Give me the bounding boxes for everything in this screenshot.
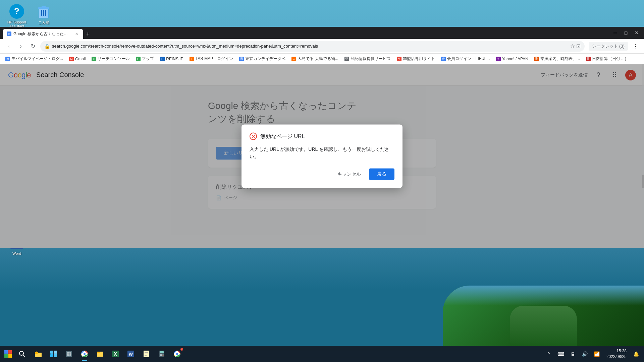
maximize-button[interactable]: □ xyxy=(621,28,631,38)
bookmark-tasmap[interactable]: T TAS-MAP｜ログイン xyxy=(187,55,236,62)
svg-rect-24 xyxy=(4,354,8,358)
tray-chevron[interactable]: ^ xyxy=(543,349,554,359)
svg-rect-30 xyxy=(50,351,53,354)
bookmark-nissuu[interactable]: 日 日数計算（日付 ...） xyxy=(583,55,631,62)
taskbar-search[interactable] xyxy=(16,348,28,360)
svg-rect-34 xyxy=(66,351,72,357)
taskbar-clock[interactable]: 15:38 2022/08/25 xyxy=(604,348,629,360)
svg-rect-31 xyxy=(54,351,57,354)
svg-text:X: X xyxy=(114,351,117,357)
svg-point-56 xyxy=(163,354,164,355)
bookmark-favicon-kantei: 東 xyxy=(239,57,244,61)
close-button[interactable]: ✕ xyxy=(632,28,641,38)
url-text: search.google.com/search-console/remove-… xyxy=(52,44,568,49)
bookmark-norikae[interactable]: 乗 乗換案内、時刻表、... xyxy=(532,55,583,62)
incognito-badge[interactable]: シークレット (3) xyxy=(589,42,628,51)
bookmark-yahoo[interactable]: Y Yahoo! JAPAN xyxy=(493,56,531,62)
svg-point-26 xyxy=(19,351,23,355)
back-button[interactable]: ‹ xyxy=(4,42,13,51)
recycle-bin-label: ごみ箱 xyxy=(38,20,49,25)
svg-rect-36 xyxy=(69,352,71,354)
minimize-button[interactable]: ─ xyxy=(610,28,620,38)
clock-time: 15:38 xyxy=(606,348,627,354)
bookmark-label-kameiten: 加盟店専用サイト xyxy=(403,56,435,62)
word-label: Word xyxy=(12,251,21,255)
svg-rect-53 xyxy=(160,351,164,353)
svg-point-58 xyxy=(161,355,162,356)
tray-network[interactable]: 📶 xyxy=(592,349,602,359)
svg-rect-32 xyxy=(50,354,53,357)
bookmark-reins[interactable]: R REINS IP xyxy=(157,56,186,62)
bookmark-label-kantei: 東京カンテイデータベ xyxy=(245,56,285,62)
start-button[interactable] xyxy=(0,346,16,362)
taskbar-file-explorer[interactable] xyxy=(31,347,46,361)
tray-display[interactable]: 🖥 xyxy=(568,349,578,359)
taskbar-widgets[interactable] xyxy=(46,347,61,361)
taskbar-apps: X W xyxy=(31,347,184,361)
svg-point-59 xyxy=(163,355,164,356)
taskbar-notepad[interactable] xyxy=(139,347,154,361)
clock-date: 2022/08/25 xyxy=(606,354,627,360)
svg-point-41 xyxy=(84,353,86,355)
svg-text:W: W xyxy=(129,352,133,357)
split-tab-icon[interactable]: ⊡ xyxy=(576,43,581,49)
taskbar-chrome-notif[interactable]: ! xyxy=(170,347,184,361)
forward-button[interactable]: › xyxy=(16,42,25,51)
new-tab-button[interactable]: + xyxy=(83,29,93,39)
bookmark-label-reins: REINS IP xyxy=(166,57,183,61)
bookmark-favicon-kameiten: at xyxy=(397,57,401,61)
bookmark-label-mobile: モバイルマイページ・ログ... xyxy=(11,56,63,62)
bookmarks-bar: m モバイルマイページ・ログ... M Gmail G サーチコンソール G マ… xyxy=(0,54,644,64)
back-button[interactable]: 戻る xyxy=(369,168,394,180)
bookmark-search-console[interactable]: G サーチコンソール xyxy=(89,55,132,62)
active-tab[interactable]: G Google 検索から古くなったコンテ... ✕ xyxy=(3,29,83,39)
lock-icon: 🔒 xyxy=(44,44,50,49)
desktop-icon-hp-support[interactable]: ? HP Support Assistant xyxy=(3,3,30,28)
bookmark-star-icon[interactable]: ☆ xyxy=(570,43,575,49)
svg-rect-3 xyxy=(38,7,49,9)
bookmark-mobile[interactable]: m モバイルマイページ・ログ... xyxy=(3,55,66,62)
tab-close-button[interactable]: ✕ xyxy=(74,31,79,37)
active-indicator xyxy=(82,360,87,361)
svg-point-54 xyxy=(160,354,161,355)
bookmark-favicon-yahoo: Y xyxy=(496,57,501,61)
url-bar[interactable]: 🔒 search.google.com/search-console/remov… xyxy=(40,41,585,52)
bookmark-liful[interactable]: 会 会員ログイン – LIFUL... xyxy=(438,55,493,62)
tab-favicon: G xyxy=(7,32,11,36)
svg-rect-4 xyxy=(42,6,46,7)
bookmark-kameiten[interactable]: at 加盟店専用サイト xyxy=(394,55,438,62)
taskbar-word[interactable]: W xyxy=(123,347,138,361)
bookmark-favicon-sc: G xyxy=(92,57,96,61)
cancel-button[interactable]: キャンセル xyxy=(332,168,366,180)
reload-button[interactable]: ↻ xyxy=(28,42,38,51)
taskbar-unknown[interactable] xyxy=(62,347,76,361)
taskbar-chrome[interactable] xyxy=(77,347,92,361)
url-icons: ☆ ⊡ xyxy=(570,43,581,49)
extensions-icon[interactable]: ⋮ xyxy=(631,42,640,51)
tray-volume[interactable]: 🔊 xyxy=(580,349,590,359)
landscape2 xyxy=(510,306,577,346)
bookmark-label-sc: サーチコンソール xyxy=(98,56,130,62)
bookmark-favicon-touki: 登 xyxy=(344,57,349,61)
tray-notification[interactable]: 🔔 xyxy=(631,349,641,359)
bookmark-gmail[interactable]: M Gmail xyxy=(66,56,88,62)
bookmark-touki[interactable]: 登 登記情報提供サービス xyxy=(342,55,393,62)
bookmark-kantei[interactable]: 東 東京カンテイデータベ xyxy=(236,55,288,62)
svg-text:?: ? xyxy=(14,6,19,16)
tray-keyboard[interactable]: ⌨ xyxy=(555,349,566,359)
window-controls: ─ □ ✕ xyxy=(610,28,641,38)
bookmark-maps[interactable]: G マップ xyxy=(133,55,157,62)
desktop-icon-recycle-bin[interactable]: ごみ箱 xyxy=(30,3,57,25)
svg-rect-22 xyxy=(4,350,8,354)
taskbar-files[interactable] xyxy=(93,347,107,361)
svg-rect-33 xyxy=(54,354,57,357)
bookmark-label-gmail: Gmail xyxy=(75,57,86,61)
recycle-bin-icon xyxy=(36,3,52,19)
svg-rect-37 xyxy=(67,354,69,356)
taskbar-excel[interactable]: X xyxy=(108,347,123,361)
bookmark-oshima[interactable]: 大 大島でる 大島でる物... xyxy=(289,55,341,62)
taskbar-calculator[interactable] xyxy=(154,347,169,361)
taskbar: X W xyxy=(0,346,644,362)
hp-support-icon: ? xyxy=(9,3,25,19)
bookmark-favicon-norikae: 乗 xyxy=(534,57,539,61)
